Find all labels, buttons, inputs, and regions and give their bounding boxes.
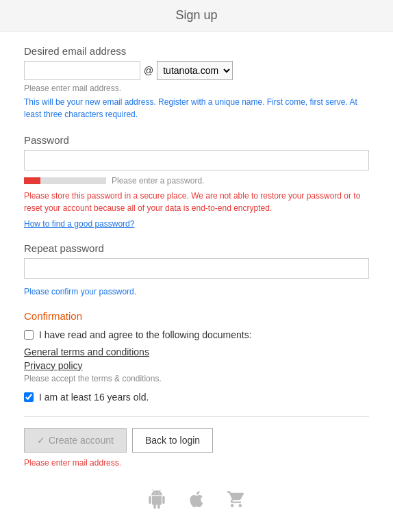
footer-icons bbox=[24, 479, 369, 527]
bottom-error: Please enter mail address. bbox=[24, 458, 369, 468]
strength-bar-fill bbox=[24, 177, 40, 184]
confirmation-title: Confirmation bbox=[24, 310, 369, 322]
back-to-login-label: Back to login bbox=[145, 435, 200, 446]
privacy-link[interactable]: Privacy policy bbox=[24, 360, 369, 371]
email-section: Desired email address @ tutanota.com tut… bbox=[24, 45, 369, 121]
confirmation-section: Confirmation I have read and agree to th… bbox=[24, 310, 369, 403]
password-section: Password Please enter a password. Please… bbox=[24, 134, 369, 229]
button-row: ✓ Create account Back to login bbox=[24, 428, 369, 453]
cart-icon[interactable] bbox=[227, 490, 246, 514]
at-sign: @ bbox=[140, 65, 157, 76]
strength-bar bbox=[24, 177, 106, 184]
email-input[interactable] bbox=[24, 61, 140, 80]
page-title: Sign up bbox=[0, 8, 393, 23]
email-row: @ tutanota.com tutanota.de tutamail.com bbox=[24, 61, 369, 80]
main-content: Desired email address @ tutanota.com tut… bbox=[0, 31, 393, 532]
terms-checkbox[interactable] bbox=[24, 330, 34, 340]
repeat-password-section: Repeat password Please confirm your pass… bbox=[24, 242, 369, 296]
repeat-password-input[interactable] bbox=[24, 258, 369, 279]
domain-select[interactable]: tutanota.com tutanota.de tutamail.com bbox=[157, 61, 233, 80]
password-input[interactable] bbox=[24, 150, 369, 170]
age-label[interactable]: I am at least 16 years old. bbox=[39, 392, 149, 403]
back-to-login-button[interactable]: Back to login bbox=[132, 428, 213, 453]
create-account-button[interactable]: ✓ Create account bbox=[24, 428, 127, 453]
create-account-label: Create account bbox=[49, 435, 114, 446]
password-warning: Please store this password in a secure p… bbox=[24, 190, 369, 214]
terms-error: Please accept the terms & conditions. bbox=[24, 374, 369, 383]
apple-icon[interactable] bbox=[187, 490, 206, 514]
android-icon[interactable] bbox=[147, 490, 166, 514]
password-label: Password bbox=[24, 134, 369, 146]
page-header: Sign up bbox=[0, 0, 393, 31]
strength-row: Please enter a password. bbox=[24, 176, 369, 186]
terms-checkbox-row: I have read and agree to the following d… bbox=[24, 329, 369, 342]
email-info: This will be your new email address. Reg… bbox=[24, 96, 369, 121]
confirm-hint: Please confirm your password. bbox=[24, 287, 369, 296]
email-hint: Please enter mail address. bbox=[24, 84, 369, 93]
check-icon: ✓ bbox=[37, 435, 45, 446]
gtc-link[interactable]: General terms and conditions bbox=[24, 346, 369, 357]
terms-label[interactable]: I have read and agree to the following d… bbox=[39, 329, 252, 342]
password-help-link[interactable]: How to find a good password? bbox=[24, 219, 134, 229]
divider bbox=[24, 416, 369, 417]
age-checkbox[interactable] bbox=[24, 392, 34, 402]
age-row: I am at least 16 years old. bbox=[24, 392, 369, 403]
repeat-password-label: Repeat password bbox=[24, 242, 369, 254]
email-label: Desired email address bbox=[24, 45, 369, 57]
strength-hint: Please enter a password. bbox=[112, 176, 204, 186]
